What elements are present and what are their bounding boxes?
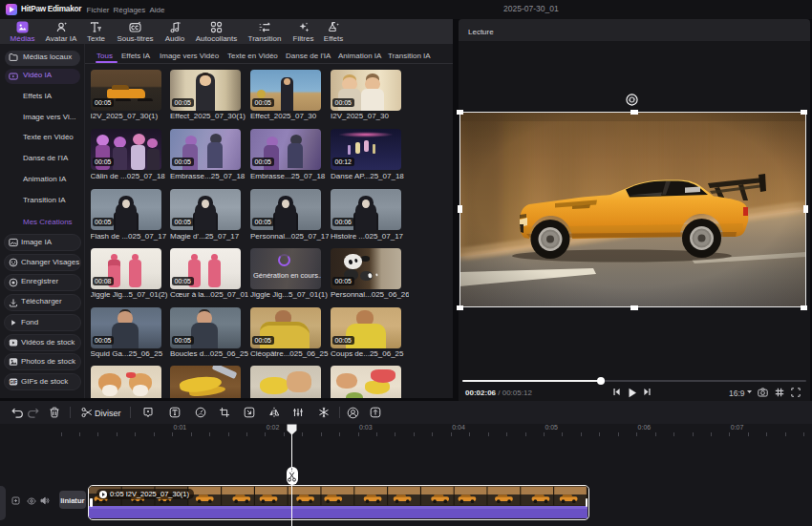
- svg-text:GIF: GIF: [10, 380, 17, 385]
